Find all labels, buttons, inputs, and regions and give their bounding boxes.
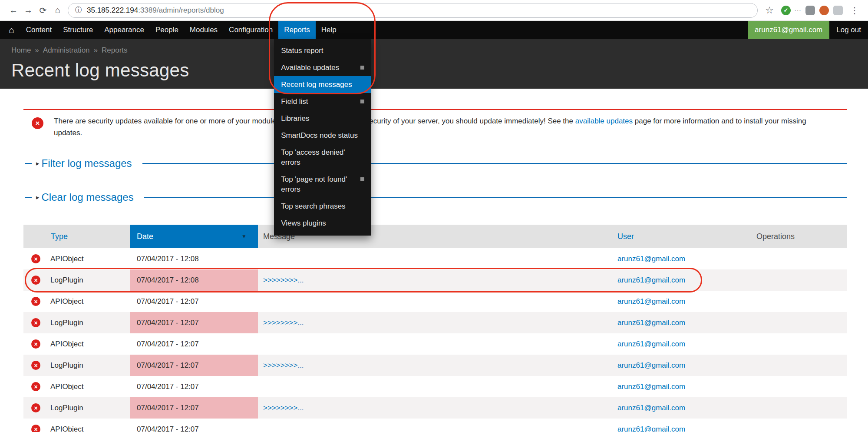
sort-by-user[interactable]: User — [617, 232, 634, 241]
menu-item-views-plugins[interactable]: Views plugins — [274, 215, 371, 232]
menu-item-top-access-denied[interactable]: Top 'access denied' errors — [274, 144, 371, 171]
menu-item-available-updates[interactable]: Available updates — [274, 59, 371, 76]
menu-item-label: Top search phrases — [281, 201, 364, 211]
log-user-link[interactable]: arunz61@gmail.com — [617, 404, 685, 412]
available-updates-link[interactable]: available updates — [575, 117, 633, 125]
extension-gray-icon[interactable] — [805, 6, 815, 15]
error-icon: × — [31, 403, 40, 412]
error-icon: × — [31, 276, 40, 285]
log-message-cell — [258, 419, 612, 432]
error-message-divider — [23, 109, 847, 110]
filter-fieldset-toggle[interactable]: ▸ Filter log messages — [36, 157, 132, 169]
menu-item-label: SmartDocs node status — [281, 130, 364, 140]
table-row: ×LogPlugin 07/04/2017 - 12:07 >>>>>>>>..… — [23, 397, 847, 419]
menu-item-smartdocs-node-status[interactable]: SmartDocs node status — [274, 127, 371, 144]
log-operations — [742, 419, 847, 432]
log-message-cell — [258, 248, 612, 269]
update-badge — [360, 177, 364, 181]
breadcrumb-administration[interactable]: Administration — [43, 46, 90, 55]
error-message-text: There are security updates available for… — [54, 115, 835, 139]
log-user-link[interactable]: arunz61@gmail.com — [617, 297, 685, 306]
toolbar-item-modules[interactable]: Modules — [184, 21, 223, 39]
log-user-link[interactable]: arunz61@gmail.com — [617, 319, 685, 327]
update-badge — [360, 100, 364, 103]
log-user-link[interactable]: arunz61@gmail.com — [617, 361, 685, 369]
menu-item-recent-log-messages[interactable]: Recent log messages — [274, 76, 371, 93]
toolbar-item-configuration[interactable]: Configuration — [223, 21, 278, 39]
table-row: ×APIObject 07/04/2017 - 12:07 arunz61@gm… — [23, 333, 847, 355]
table-row: ×APIObject 07/04/2017 - 12:07 arunz61@gm… — [23, 376, 847, 397]
extension-overflow-icon[interactable]: ⋯ — [794, 6, 801, 14]
error-x-glyph: × — [34, 298, 37, 305]
log-message-link[interactable]: >>>>>>>>... — [263, 361, 304, 369]
log-date: 07/04/2017 - 12:08 — [130, 248, 258, 269]
error-icon: × — [32, 117, 43, 129]
sort-by-type[interactable]: Type — [51, 232, 68, 241]
admin-toolbar: ⌂ Content Structure Appearance People Mo… — [0, 21, 868, 39]
log-operations — [742, 376, 847, 397]
error-icon: × — [31, 318, 40, 327]
log-date: 07/04/2017 - 12:07 — [130, 312, 258, 333]
toolbar-item-reports[interactable]: Reports Status report Available updates … — [278, 21, 316, 39]
fieldset-title: Filter log messages — [42, 157, 132, 169]
extension-check-icon[interactable]: ✓ — [781, 6, 791, 15]
collapse-arrow-icon: ▸ — [36, 193, 40, 201]
browser-toolbar: ← → ⟳ ⌂ ⓘ 35.185.222.194:3389/admin/repo… — [0, 0, 868, 21]
log-user-link[interactable]: arunz61@gmail.com — [617, 276, 685, 284]
log-message-link[interactable]: >>>>>>>>... — [263, 404, 304, 412]
log-type: LogPlugin — [50, 404, 83, 412]
account-email-badge[interactable]: arunz61@gmail.com — [748, 21, 829, 39]
log-messages-table: Type Date▼ Message User Operations ×APIO… — [23, 225, 847, 432]
log-operations — [742, 397, 847, 419]
menu-item-top-search-phrases[interactable]: Top search phrases — [274, 198, 371, 215]
log-message-link[interactable]: >>>>>>>>... — [263, 319, 304, 327]
url-bar[interactable]: ⓘ 35.185.222.194:3389/admin/reports/dblo… — [68, 3, 758, 18]
table-row: ×APIObject 07/04/2017 - 12:07 arunz61@gm… — [23, 419, 847, 432]
browser-menu-icon[interactable]: ⋮ — [847, 3, 862, 18]
log-user-link[interactable]: arunz61@gmail.com — [617, 255, 685, 263]
toolbar-item-people[interactable]: People — [150, 21, 184, 39]
fieldset-title: Clear log messages — [42, 191, 134, 203]
toolbar-item-content[interactable]: Content — [20, 21, 58, 39]
menu-item-label: Top 'access denied' errors — [281, 147, 364, 167]
log-user-link[interactable]: arunz61@gmail.com — [617, 425, 685, 432]
log-user-link[interactable]: arunz61@gmail.com — [617, 382, 685, 391]
bookmark-star-icon[interactable]: ☆ — [762, 3, 777, 18]
extension-screenshot-icon[interactable] — [833, 6, 843, 15]
security-error-message: × There are security updates available f… — [23, 115, 847, 139]
log-message-cell — [258, 376, 612, 397]
log-type: LogPlugin — [50, 319, 83, 327]
table-row: ×LogPlugin 07/04/2017 - 12:07 >>>>>>>>..… — [23, 355, 847, 376]
sort-by-date[interactable]: Date▼ — [130, 225, 258, 248]
log-message-link[interactable]: >>>>>>>>... — [263, 276, 304, 284]
drupal-home-icon[interactable]: ⌂ — [3, 21, 20, 39]
toolbar-item-help[interactable]: Help — [316, 21, 342, 39]
log-date: 07/04/2017 - 12:08 — [130, 269, 258, 291]
forward-icon[interactable]: → — [21, 3, 36, 18]
reload-icon[interactable]: ⟳ — [36, 3, 50, 18]
log-date: 07/04/2017 - 12:07 — [130, 419, 258, 432]
table-row: ×APIObject 07/04/2017 - 12:08 arunz61@gm… — [23, 248, 847, 269]
error-x-glyph: × — [34, 256, 37, 263]
error-x-glyph: × — [34, 383, 37, 390]
breadcrumb-home[interactable]: Home — [11, 46, 31, 55]
menu-item-field-list[interactable]: Field list — [274, 93, 371, 110]
log-user-link[interactable]: arunz61@gmail.com — [617, 340, 685, 348]
browser-home-icon[interactable]: ⌂ — [50, 3, 65, 18]
menu-item-top-page-not-found[interactable]: Top 'page not found' errors — [274, 171, 371, 198]
log-date: 07/04/2017 - 12:07 — [130, 333, 258, 355]
fieldset-dash — [25, 197, 32, 198]
back-icon[interactable]: ← — [6, 3, 21, 18]
toolbar-item-appearance[interactable]: Appearance — [99, 21, 150, 39]
menu-item-status-report[interactable]: Status report — [274, 42, 371, 59]
info-icon[interactable]: ⓘ — [75, 6, 82, 15]
reports-label: Reports — [284, 26, 310, 34]
logout-button[interactable]: Log out — [829, 21, 868, 39]
breadcrumb-reports[interactable]: Reports — [102, 46, 128, 55]
extension-orange-icon[interactable] — [819, 6, 829, 15]
menu-item-libraries[interactable]: Libraries — [274, 110, 371, 127]
clear-fieldset-toggle[interactable]: ▸ Clear log messages — [36, 191, 134, 203]
log-type: APIObject — [50, 340, 84, 348]
toolbar-item-structure[interactable]: Structure — [57, 21, 99, 39]
table-header-row: Type Date▼ Message User Operations — [23, 225, 847, 248]
